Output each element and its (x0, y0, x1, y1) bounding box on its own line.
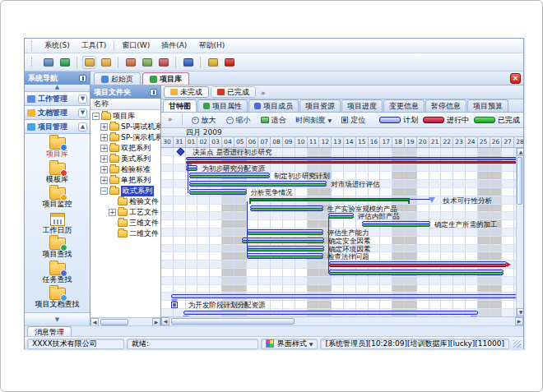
tree-hscrollbar[interactable]: ◀ ▶ (90, 317, 160, 325)
sidebar-section-工作管理[interactable]: 工作管理▼ (25, 92, 90, 106)
scroll-right-icon[interactable]: ▶ (515, 317, 523, 325)
tree-node-三维文件[interactable]: 三维文件 (90, 218, 160, 228)
gantt-tab-项目进度[interactable]: 项目进度 (341, 99, 383, 112)
gantt-tab-项目资源[interactable]: 项目资源 (299, 99, 341, 112)
tree-node-二维文件[interactable]: 二维文件 (90, 228, 160, 239)
gantt-vscrollbar[interactable]: ▲ ▼ (516, 148, 523, 316)
scroll-right-icon[interactable]: ▶ (152, 318, 160, 326)
tree-node-欧式系列[interactable]: −欧式系列 (90, 186, 160, 196)
expand-icon[interactable]: + (100, 166, 108, 173)
sidebar-item-项目库[interactable]: 项目库 (27, 136, 88, 162)
tree-node-美式系列[interactable]: +美式系列 (90, 154, 160, 164)
gantt-tab-项目属性[interactable]: 项目属性 (197, 99, 248, 112)
menu-item[interactable]: 窗口(W) (116, 39, 155, 53)
task-bar-progress[interactable] (189, 175, 270, 178)
task-bar-progress[interactable] (247, 248, 325, 251)
task-bar-progress[interactable] (247, 256, 323, 259)
sidebar-item-模板库[interactable]: 模板库 (27, 162, 88, 187)
gantt-tab-甘特图[interactable]: 甘特图 (163, 99, 197, 112)
scroll-left-icon[interactable]: ◀ (90, 318, 99, 326)
power-icon[interactable] (222, 56, 236, 69)
expand-icon[interactable]: + (100, 177, 108, 184)
tree-node-SP-演示机系[interactable]: +SP-演示机系 (90, 132, 160, 143)
scroll-thumb[interactable] (100, 319, 128, 325)
window-new-icon[interactable] (123, 56, 137, 69)
window-cascade-icon[interactable] (140, 56, 154, 69)
gantt-tab-暂停信息[interactable]: 暂停信息 (425, 99, 466, 112)
chevron-up-icon[interactable]: ▲ (78, 122, 87, 131)
lock-icon[interactable] (206, 56, 220, 69)
pin-icon[interactable] (79, 75, 86, 82)
plan-bar[interactable] (171, 294, 516, 298)
gantt-tab-项目成员[interactable]: 项目成员 (248, 99, 299, 112)
close-icon[interactable]: × (510, 73, 521, 84)
window-close-icon[interactable] (156, 56, 170, 69)
project-summary-bar[interactable] (186, 157, 516, 160)
zoom-in-button[interactable]: +放大 (188, 114, 220, 127)
expand-icon[interactable]: + (109, 209, 116, 216)
more-tabs-icon[interactable]: » (258, 89, 269, 97)
expand-icon[interactable]: + (100, 155, 108, 163)
task-bar-progress[interactable] (362, 224, 430, 227)
task-bar-progress[interactable] (242, 240, 325, 243)
sidebar-scroll-up[interactable]: ▲ (25, 85, 90, 92)
collapse-icon[interactable]: − (92, 113, 100, 120)
scroll-up-icon[interactable]: ▲ (517, 148, 523, 156)
tab-起始页[interactable]: 起始页 (94, 72, 141, 85)
pin-icon[interactable] (150, 89, 157, 96)
gantt-tab-变更信息[interactable]: 变更信息 (383, 99, 425, 112)
gantt-hscrollbar[interactable]: ◀ ▶ (161, 316, 523, 325)
task-bar-progress[interactable] (250, 208, 323, 211)
task-bar-progress[interactable] (189, 191, 247, 195)
tree-node-项目库[interactable]: −项目库 (90, 111, 160, 122)
time-scale-dropdown-button[interactable]: 时间刻度▼ (293, 114, 336, 127)
tree-node-工艺文件[interactable]: +工艺文件 (90, 207, 160, 218)
globe-icon[interactable] (58, 56, 72, 69)
expand-icon[interactable]: + (100, 145, 108, 152)
computer-icon[interactable] (41, 56, 55, 69)
locate-button[interactable]: 定位 (338, 114, 369, 127)
menu-item[interactable]: 系统(S) (39, 39, 76, 53)
filter-tab-未完成[interactable]: 未完成 (164, 86, 209, 98)
sidebar-item-项目监控[interactable]: 项目监控 (27, 187, 88, 212)
task-bar-progress[interactable] (329, 272, 504, 275)
task-bar-progress[interactable] (189, 183, 327, 187)
zoom-out-button[interactable]: −缩小 (223, 114, 254, 127)
scroll-left-icon[interactable]: ◀ (161, 317, 169, 325)
folder-view-icon[interactable] (99, 56, 113, 69)
chevron-down-icon[interactable]: ▼ (78, 108, 87, 118)
sidebar-item-工作日历[interactable]: 工作日历 (27, 212, 88, 238)
sidebar-item-任务查找[interactable]: 任务查找 (27, 262, 88, 288)
message-management-tab[interactable]: 消息管理 (27, 326, 72, 336)
task-bar-active[interactable] (329, 264, 507, 267)
plan-bar[interactable] (183, 311, 478, 315)
interface-style-button[interactable]: 界面样式 ▼ (261, 339, 318, 349)
gantt-tab-项目预算[interactable]: 项目预算 (467, 99, 508, 112)
expand-icon[interactable]: + (100, 134, 108, 141)
open-folder-icon[interactable] (82, 56, 96, 69)
sidebar-section-文档管理[interactable]: 文档管理▼ (25, 106, 90, 120)
help-icon[interactable] (181, 56, 195, 69)
fit-button[interactable]: 适合 (258, 114, 290, 127)
sidebar-item-项目文档查找[interactable]: 项目文档查找 (27, 287, 88, 312)
gantt-chart-area[interactable]: 决策点 是否进行初步研究为初步研究分配资源制定初步研究计划对市场进行评估分析竞争… (161, 148, 516, 316)
menu-item[interactable]: 工具(T) (76, 39, 113, 53)
filter-tab-已完成[interactable]: 已完成 (211, 86, 256, 98)
task-bar-progress[interactable] (328, 215, 354, 219)
tree-node-单把系列[interactable]: +单把系列 (90, 175, 160, 186)
scroll-down-icon[interactable]: ▼ (517, 308, 523, 316)
sidebar-section-项目管理[interactable]: 项目管理▲ (25, 120, 90, 134)
sidebar-scroll-down[interactable]: ▼ (25, 312, 90, 325)
collapse-icon[interactable]: − (100, 187, 108, 195)
expand-icon[interactable]: + (100, 123, 108, 131)
scroll-thumb[interactable] (171, 318, 295, 325)
sidebar-item-项目查找[interactable]: 项目查找 (27, 237, 88, 262)
chevron-down-icon[interactable]: ▼ (78, 95, 87, 104)
toolbar-overflow-icon[interactable]: » (165, 115, 176, 123)
tree-column-header[interactable]: 名称 (90, 99, 160, 110)
task-bar-progress[interactable] (247, 232, 323, 235)
summary-bar[interactable] (249, 198, 410, 201)
menu-item[interactable]: 帮助(H) (193, 39, 230, 53)
resize-grip[interactable] (513, 340, 521, 348)
tree-node-检验标准[interactable]: +检验标准 (90, 164, 160, 175)
